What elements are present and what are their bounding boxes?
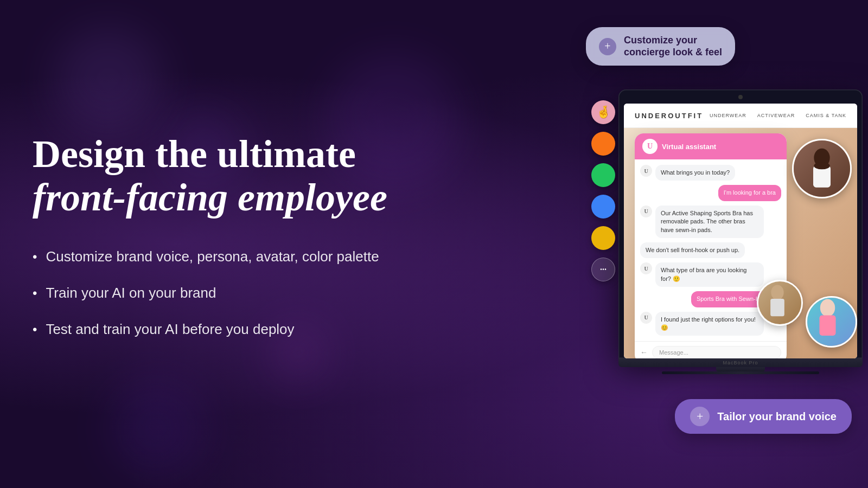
laptop-stand xyxy=(716,367,765,371)
tooltip-customize: + Customize your concierge look & feel xyxy=(586,27,735,66)
person-avatar-1 xyxy=(792,139,852,198)
laptop-camera xyxy=(738,95,743,99)
color-dot-blue[interactable] xyxy=(591,195,615,219)
chat-header: U Virtual assistant xyxy=(635,133,787,159)
chat-back-button[interactable]: ← xyxy=(640,348,648,357)
bot-bubble-1: What brings you in today? xyxy=(655,165,735,181)
website-logo: UNDEROUTFIT xyxy=(635,112,703,120)
nav-activewear[interactable]: ACTIVEWEAR xyxy=(757,113,795,118)
color-dot-green[interactable] xyxy=(591,163,615,187)
bot-bubble-3: We don't sell front-hook or push up. xyxy=(640,242,745,258)
left-content: Design the ultimate front-facing employe… xyxy=(33,0,412,488)
person-avatar-2 xyxy=(757,280,803,326)
chat-title: Virtual assistant xyxy=(662,143,716,151)
bullet-text-3: Test and train your AI before you deploy xyxy=(46,319,294,340)
bullet-item-2: Train your AI on your brand xyxy=(33,282,412,304)
bullet-text-2: Train your AI on your brand xyxy=(46,282,216,304)
plus-icon-bottom: + xyxy=(690,407,710,426)
plus-icon-top: + xyxy=(599,38,616,55)
user-bubble-1: I'm looking for a bra xyxy=(718,185,781,201)
color-dot-hand[interactable]: 🤞 xyxy=(591,100,615,124)
website-navbar: UNDEROUTFIT UNDERWEAR ACTIVEWEAR CAMIS &… xyxy=(624,104,857,128)
color-dot-orange[interactable] xyxy=(591,132,615,156)
chat-message-1: U What brings you in today? xyxy=(640,165,781,181)
heading-line1: Design the ultimate xyxy=(33,132,356,176)
svg-rect-4 xyxy=(770,299,784,316)
bot-avatar-3: U xyxy=(640,262,652,274)
feature-list: Customize brand voice, persona, avatar, … xyxy=(33,246,412,355)
laptop-base: MacBook Pro xyxy=(618,358,863,367)
tooltip-bottom-text: Tailor your brand voice xyxy=(717,410,837,423)
website-body: U Virtual assistant U What brings you in… xyxy=(624,128,857,358)
chat-input[interactable]: Message... xyxy=(652,346,781,358)
bullet-text-1: Customize brand voice, persona, avatar, … xyxy=(46,246,379,267)
person-avatar-3 xyxy=(806,296,857,348)
bot-bubble-5: I found just the right options for you! … xyxy=(655,312,764,336)
nav-underwear[interactable]: UNDERWEAR xyxy=(710,113,746,118)
svg-point-2 xyxy=(814,162,829,169)
heading-line2: front-facing employee xyxy=(33,176,387,219)
tooltip-tailor: + Tailor your brand voice xyxy=(675,399,852,434)
bot-avatar-1: U xyxy=(640,165,652,177)
main-heading: Design the ultimate front-facing employe… xyxy=(33,133,412,219)
bot-bubble-2: Our Active Shaping Sports Bra has remova… xyxy=(655,206,764,238)
chat-widget: U Virtual assistant U What brings you in… xyxy=(635,133,787,358)
color-dot-more[interactable]: ··· xyxy=(591,258,615,281)
laptop-foot xyxy=(662,371,819,374)
bullet-item-3: Test and train your AI before you deploy xyxy=(33,319,412,340)
chat-input-area: ← Message... xyxy=(635,341,787,358)
svg-point-3 xyxy=(771,285,783,300)
bullet-item-1: Customize brand voice, persona, avatar, … xyxy=(33,246,412,267)
chat-message-4: We don't sell front-hook or push up. xyxy=(640,242,781,258)
bot-avatar-2: U xyxy=(640,206,652,217)
nav-camis[interactable]: CAMIS & TANK xyxy=(806,113,846,118)
svg-rect-6 xyxy=(820,316,836,336)
svg-point-5 xyxy=(820,299,835,317)
laptop-screen: UNDEROUTFIT UNDERWEAR ACTIVEWEAR CAMIS &… xyxy=(624,104,857,358)
tooltip-top-text: Customize your concierge look & feel xyxy=(624,35,722,58)
laptop-label: MacBook Pro xyxy=(723,360,758,365)
chat-message-2: I'm looking for a bra xyxy=(640,185,781,201)
chat-message-5: U What type of bra are you looking for? … xyxy=(640,262,781,287)
bot-bubble-4: What type of bra are you looking for? 🙂 xyxy=(655,262,764,287)
color-dot-yellow[interactable] xyxy=(591,226,615,250)
bot-avatar-4: U xyxy=(640,312,652,324)
chat-avatar: U xyxy=(642,139,658,154)
laptop-screen-frame: UNDEROUTFIT UNDERWEAR ACTIVEWEAR CAMIS &… xyxy=(618,89,863,358)
nav-links: UNDERWEAR ACTIVEWEAR CAMIS & TANK xyxy=(710,113,846,118)
right-section: + Customize your concierge look & feel 🤞… xyxy=(380,0,868,488)
chat-message-3: U Our Active Shaping Sports Bra has remo… xyxy=(640,206,781,238)
